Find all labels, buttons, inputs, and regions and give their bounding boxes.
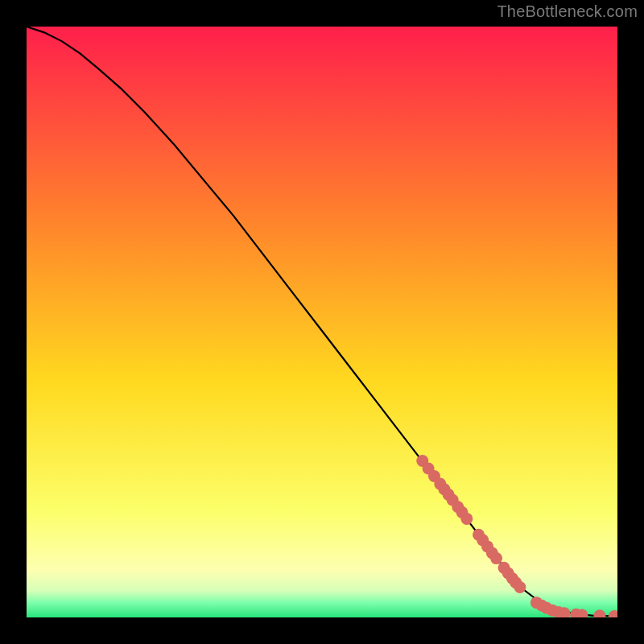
data-marker: [490, 552, 502, 564]
watermark-text: TheBottleneck.com: [497, 2, 638, 21]
data-marker: [514, 581, 526, 593]
chart-svg: [27, 27, 617, 617]
gradient-background: [27, 27, 617, 617]
chart-frame: TheBottleneck.com: [0, 0, 644, 644]
plot-area: [27, 27, 617, 617]
data-marker: [460, 513, 473, 525]
